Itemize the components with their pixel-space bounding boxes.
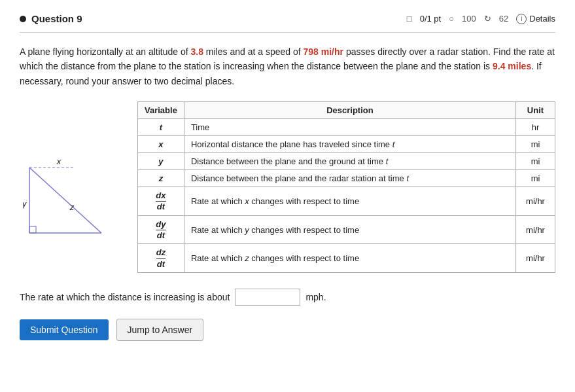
fraction-den: dt xyxy=(157,230,165,240)
fraction-num: dy xyxy=(156,220,166,230)
desc-x: Horizontal distance the plane has travel… xyxy=(184,136,515,153)
table-area: Variable Description Unit t Time hr x Ho… xyxy=(137,101,555,273)
svg-rect-3 xyxy=(29,226,36,233)
question-text-4: miles xyxy=(505,61,531,71)
answer-text-before: The rate at which the distance is increa… xyxy=(20,292,230,302)
table-row: dx dt Rate at which x changes with respe… xyxy=(138,187,555,216)
unit-z: mi xyxy=(516,170,555,187)
svg-text:y: y xyxy=(23,199,27,209)
desc-z: Distance between the plane and the radar… xyxy=(184,170,515,187)
table-row: dz dt Rate at which z changes with respe… xyxy=(138,244,555,273)
fraction-num: dx xyxy=(156,191,166,202)
question-header: Question 9 □ 0/1 pt ○ 100 ↻ 62 i Details xyxy=(20,13,555,33)
fraction-dxdt: dx dt xyxy=(156,191,166,212)
col-header-unit: Unit xyxy=(516,102,555,119)
button-row: Submit Question Jump to Answer xyxy=(20,319,555,341)
answer-input[interactable] xyxy=(235,289,300,306)
speed-unit: mi/hr xyxy=(319,46,343,57)
desc-y: Distance between the plane and the groun… xyxy=(184,153,515,170)
info-icon: i xyxy=(516,14,527,24)
question-body: A plane flying horizontally at an altitu… xyxy=(20,45,555,88)
unit-dzdt: mi/hr xyxy=(516,244,555,273)
svg-text:z: z xyxy=(69,202,75,212)
table-row: z Distance between the plane and the rad… xyxy=(138,170,555,187)
table-row: dy dt Rate at which y changes with respe… xyxy=(138,215,555,244)
jump-to-answer-button[interactable]: Jump to Answer xyxy=(116,319,204,341)
desc-dydt: Rate at which y changes with respect to … xyxy=(184,215,515,244)
var-x: x xyxy=(138,136,184,153)
unit-dydt: mi/hr xyxy=(516,215,555,244)
var-t: t xyxy=(138,119,184,136)
answer-text-after: mph. xyxy=(305,292,326,302)
score-display: 0/1 pt xyxy=(420,14,442,24)
var-z: z xyxy=(138,170,184,187)
details-button[interactable]: i Details xyxy=(516,14,555,24)
attempts-count: 100 xyxy=(462,14,476,24)
submissions-count: 62 xyxy=(499,14,508,24)
variables-table: Variable Description Unit t Time hr x Ho… xyxy=(137,101,555,273)
unit-y: mi xyxy=(516,153,555,170)
answer-row: The rate at which the distance is increa… xyxy=(20,289,555,306)
svg-text:x: x xyxy=(56,156,61,166)
fraction-den: dt xyxy=(157,202,165,211)
table-row: x Horizontal distance the plane has trav… xyxy=(138,136,555,153)
submissions-icon: ↻ xyxy=(484,14,491,24)
table-row: t Time hr xyxy=(138,119,555,136)
var-y: y xyxy=(138,153,184,170)
triangle-diagram: x y z xyxy=(23,141,114,246)
header-right: □ 0/1 pt ○ 100 ↻ 62 i Details xyxy=(407,14,555,24)
bullet-icon xyxy=(20,16,26,22)
details-label: Details xyxy=(529,14,555,24)
col-header-variable: Variable xyxy=(138,102,184,119)
col-header-description: Description xyxy=(184,102,515,119)
desc-dxdt: Rate at which x changes with respect to … xyxy=(184,187,515,216)
unit-x: mi xyxy=(516,136,555,153)
desc-dzdt: Rate at which z changes with respect to … xyxy=(184,244,515,273)
fraction-num: dz xyxy=(156,248,166,258)
unit-dxdt: mi/hr xyxy=(516,187,555,216)
table-row: y Distance between the plane and the gro… xyxy=(138,153,555,170)
question-text-2: miles and at a speed of xyxy=(203,46,304,57)
var-dydt: dy dt xyxy=(138,215,184,244)
var-dxdt: dx dt xyxy=(138,187,184,216)
distance-value: 9.4 xyxy=(493,61,505,71)
diagram-area: x y z xyxy=(20,101,118,273)
fraction-dzdt: dz dt xyxy=(156,248,166,269)
content-area: x y z Variable Description Unit t Time xyxy=(20,101,555,273)
fraction-dydt: dy dt xyxy=(156,220,166,241)
unit-t: hr xyxy=(516,119,555,136)
fraction-den: dt xyxy=(157,259,165,269)
speed-value: 798 xyxy=(304,46,319,57)
var-dzdt: dz dt xyxy=(138,244,184,273)
altitude-value: 3.8 xyxy=(191,46,203,57)
question-text-1: A plane flying horizontally at an altitu… xyxy=(20,46,191,57)
desc-t: Time xyxy=(184,119,515,136)
question-number: Question 9 xyxy=(31,13,82,24)
svg-line-2 xyxy=(29,168,101,233)
checkmark-icon: □ xyxy=(407,14,412,24)
submit-button[interactable]: Submit Question xyxy=(20,319,109,340)
attempts-icon: ○ xyxy=(449,14,454,24)
question-label: Question 9 xyxy=(20,13,82,24)
